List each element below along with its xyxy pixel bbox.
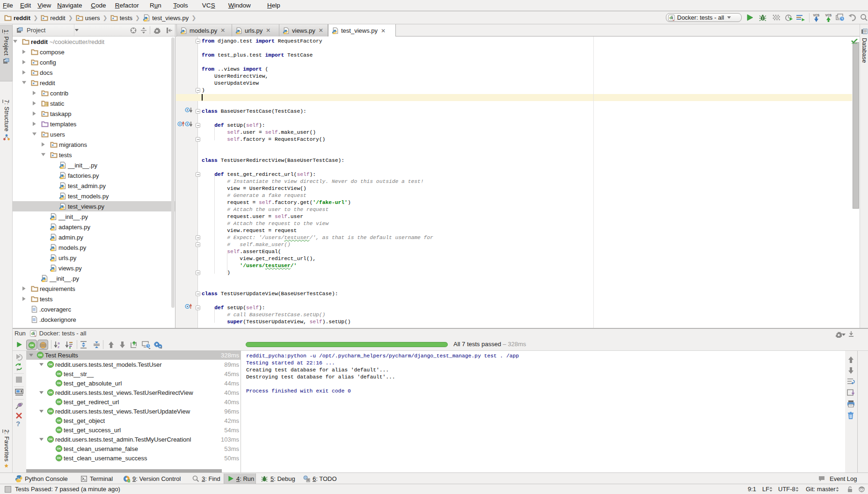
svg-text:z: z	[58, 345, 59, 349]
svg-text:VCS: VCS	[813, 14, 820, 17]
svg-text:VCS: VCS	[825, 14, 832, 17]
